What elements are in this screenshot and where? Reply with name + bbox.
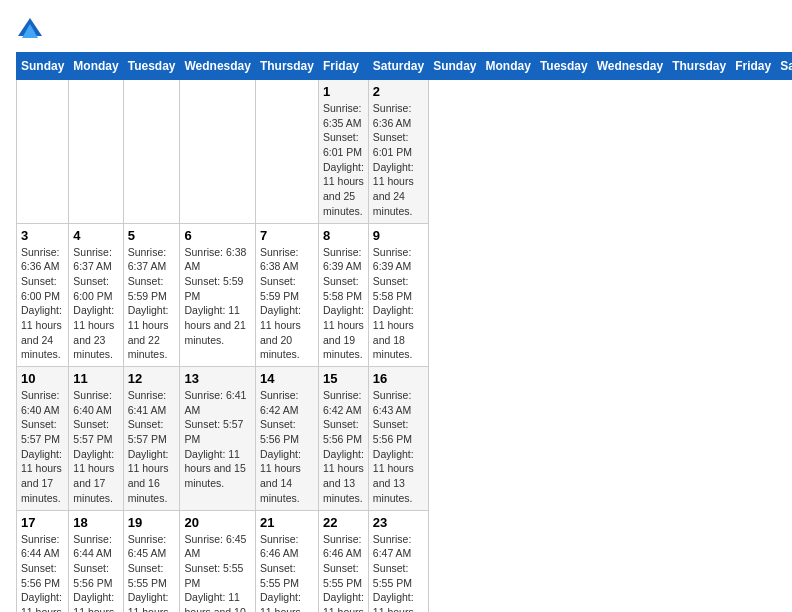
day-cell: 14Sunrise: 6:42 AMSunset: 5:56 PMDayligh… <box>255 367 318 511</box>
day-cell: 17Sunrise: 6:44 AMSunset: 5:56 PMDayligh… <box>17 510 69 612</box>
day-cell <box>17 80 69 224</box>
day-number: 22 <box>323 515 364 530</box>
day-number: 9 <box>373 228 424 243</box>
day-cell: 19Sunrise: 6:45 AMSunset: 5:55 PMDayligh… <box>123 510 180 612</box>
day-info: Sunrise: 6:35 AMSunset: 6:01 PMDaylight:… <box>323 101 364 219</box>
day-number: 4 <box>73 228 118 243</box>
header-tuesday: Tuesday <box>123 53 180 80</box>
day-number: 15 <box>323 371 364 386</box>
day-number: 17 <box>21 515 64 530</box>
day-cell: 23Sunrise: 6:47 AMSunset: 5:55 PMDayligh… <box>368 510 428 612</box>
day-cell: 3Sunrise: 6:36 AMSunset: 6:00 PMDaylight… <box>17 223 69 367</box>
day-number: 3 <box>21 228 64 243</box>
header-friday: Friday <box>731 53 776 80</box>
day-number: 2 <box>373 84 424 99</box>
day-info: Sunrise: 6:39 AMSunset: 5:58 PMDaylight:… <box>323 245 364 363</box>
day-cell: 8Sunrise: 6:39 AMSunset: 5:58 PMDaylight… <box>318 223 368 367</box>
day-cell: 21Sunrise: 6:46 AMSunset: 5:55 PMDayligh… <box>255 510 318 612</box>
day-info: Sunrise: 6:46 AMSunset: 5:55 PMDaylight:… <box>323 532 364 613</box>
header-thursday: Thursday <box>668 53 731 80</box>
day-cell: 20Sunrise: 6:45 AMSunset: 5:55 PMDayligh… <box>180 510 255 612</box>
header-sunday: Sunday <box>429 53 481 80</box>
page-header <box>16 16 776 44</box>
header-monday: Monday <box>481 53 535 80</box>
day-cell: 10Sunrise: 6:40 AMSunset: 5:57 PMDayligh… <box>17 367 69 511</box>
day-cell <box>123 80 180 224</box>
logo <box>16 16 48 44</box>
calendar-table: SundayMondayTuesdayWednesdayThursdayFrid… <box>16 52 792 612</box>
day-info: Sunrise: 6:44 AMSunset: 5:56 PMDaylight:… <box>73 532 118 613</box>
calendar-header-row: SundayMondayTuesdayWednesdayThursdayFrid… <box>17 53 793 80</box>
day-cell <box>69 80 123 224</box>
day-info: Sunrise: 6:41 AMSunset: 5:57 PMDaylight:… <box>184 388 250 491</box>
day-cell: 12Sunrise: 6:41 AMSunset: 5:57 PMDayligh… <box>123 367 180 511</box>
day-number: 7 <box>260 228 314 243</box>
day-info: Sunrise: 6:47 AMSunset: 5:55 PMDaylight:… <box>373 532 424 613</box>
day-number: 19 <box>128 515 176 530</box>
day-number: 23 <box>373 515 424 530</box>
header-sunday: Sunday <box>17 53 69 80</box>
week-row-1: 1Sunrise: 6:35 AMSunset: 6:01 PMDaylight… <box>17 80 793 224</box>
day-number: 10 <box>21 371 64 386</box>
day-info: Sunrise: 6:45 AMSunset: 5:55 PMDaylight:… <box>128 532 176 613</box>
day-info: Sunrise: 6:43 AMSunset: 5:56 PMDaylight:… <box>373 388 424 506</box>
day-info: Sunrise: 6:38 AMSunset: 5:59 PMDaylight:… <box>260 245 314 363</box>
day-number: 12 <box>128 371 176 386</box>
day-number: 13 <box>184 371 250 386</box>
day-info: Sunrise: 6:46 AMSunset: 5:55 PMDaylight:… <box>260 532 314 613</box>
day-number: 1 <box>323 84 364 99</box>
week-row-4: 17Sunrise: 6:44 AMSunset: 5:56 PMDayligh… <box>17 510 793 612</box>
day-info: Sunrise: 6:40 AMSunset: 5:57 PMDaylight:… <box>73 388 118 506</box>
day-cell <box>180 80 255 224</box>
day-info: Sunrise: 6:41 AMSunset: 5:57 PMDaylight:… <box>128 388 176 506</box>
day-cell: 5Sunrise: 6:37 AMSunset: 5:59 PMDaylight… <box>123 223 180 367</box>
day-cell: 9Sunrise: 6:39 AMSunset: 5:58 PMDaylight… <box>368 223 428 367</box>
header-friday: Friday <box>318 53 368 80</box>
day-number: 6 <box>184 228 250 243</box>
day-cell: 2Sunrise: 6:36 AMSunset: 6:01 PMDaylight… <box>368 80 428 224</box>
day-cell: 22Sunrise: 6:46 AMSunset: 5:55 PMDayligh… <box>318 510 368 612</box>
day-info: Sunrise: 6:42 AMSunset: 5:56 PMDaylight:… <box>323 388 364 506</box>
header-saturday: Saturday <box>368 53 428 80</box>
day-number: 21 <box>260 515 314 530</box>
header-monday: Monday <box>69 53 123 80</box>
day-number: 11 <box>73 371 118 386</box>
header-wednesday: Wednesday <box>592 53 667 80</box>
day-number: 16 <box>373 371 424 386</box>
day-cell: 11Sunrise: 6:40 AMSunset: 5:57 PMDayligh… <box>69 367 123 511</box>
day-cell: 7Sunrise: 6:38 AMSunset: 5:59 PMDaylight… <box>255 223 318 367</box>
day-info: Sunrise: 6:44 AMSunset: 5:56 PMDaylight:… <box>21 532 64 613</box>
week-row-2: 3Sunrise: 6:36 AMSunset: 6:00 PMDaylight… <box>17 223 793 367</box>
header-saturday: Saturday <box>776 53 792 80</box>
day-info: Sunrise: 6:37 AMSunset: 6:00 PMDaylight:… <box>73 245 118 363</box>
day-cell: 13Sunrise: 6:41 AMSunset: 5:57 PMDayligh… <box>180 367 255 511</box>
day-cell <box>255 80 318 224</box>
day-cell: 16Sunrise: 6:43 AMSunset: 5:56 PMDayligh… <box>368 367 428 511</box>
day-number: 14 <box>260 371 314 386</box>
day-number: 5 <box>128 228 176 243</box>
day-cell: 18Sunrise: 6:44 AMSunset: 5:56 PMDayligh… <box>69 510 123 612</box>
day-info: Sunrise: 6:36 AMSunset: 6:00 PMDaylight:… <box>21 245 64 363</box>
day-info: Sunrise: 6:37 AMSunset: 5:59 PMDaylight:… <box>128 245 176 363</box>
header-wednesday: Wednesday <box>180 53 255 80</box>
day-info: Sunrise: 6:42 AMSunset: 5:56 PMDaylight:… <box>260 388 314 506</box>
day-info: Sunrise: 6:36 AMSunset: 6:01 PMDaylight:… <box>373 101 424 219</box>
day-cell: 6Sunrise: 6:38 AMSunset: 5:59 PMDaylight… <box>180 223 255 367</box>
header-thursday: Thursday <box>255 53 318 80</box>
day-number: 8 <box>323 228 364 243</box>
day-info: Sunrise: 6:40 AMSunset: 5:57 PMDaylight:… <box>21 388 64 506</box>
header-tuesday: Tuesday <box>535 53 592 80</box>
day-number: 20 <box>184 515 250 530</box>
day-number: 18 <box>73 515 118 530</box>
day-info: Sunrise: 6:45 AMSunset: 5:55 PMDaylight:… <box>184 532 250 613</box>
day-info: Sunrise: 6:38 AMSunset: 5:59 PMDaylight:… <box>184 245 250 348</box>
logo-icon <box>16 16 44 44</box>
day-info: Sunrise: 6:39 AMSunset: 5:58 PMDaylight:… <box>373 245 424 363</box>
day-cell: 15Sunrise: 6:42 AMSunset: 5:56 PMDayligh… <box>318 367 368 511</box>
day-cell: 1Sunrise: 6:35 AMSunset: 6:01 PMDaylight… <box>318 80 368 224</box>
week-row-3: 10Sunrise: 6:40 AMSunset: 5:57 PMDayligh… <box>17 367 793 511</box>
day-cell: 4Sunrise: 6:37 AMSunset: 6:00 PMDaylight… <box>69 223 123 367</box>
